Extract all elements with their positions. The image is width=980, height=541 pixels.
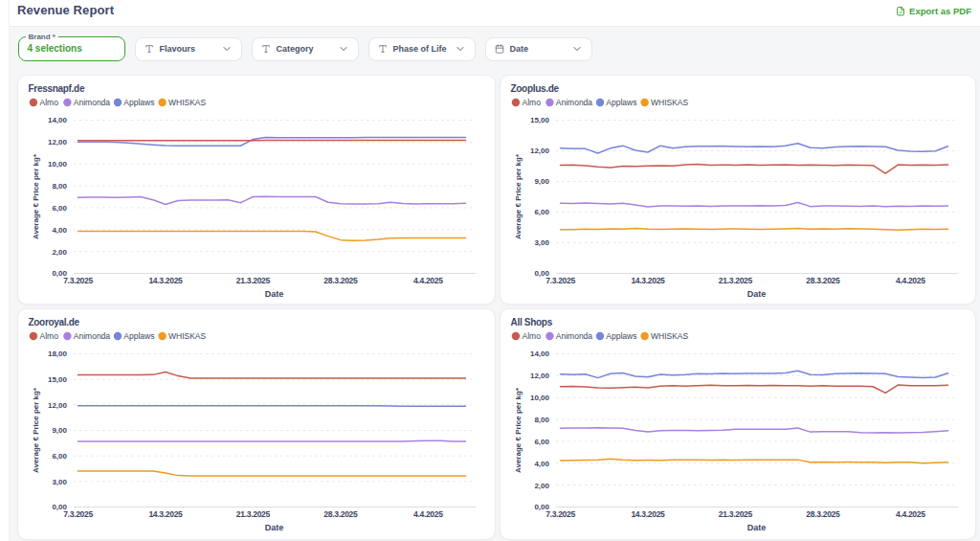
svg-text:4,00: 4,00 — [52, 226, 67, 235]
svg-text:8,00: 8,00 — [52, 182, 67, 191]
svg-text:Almo: Almo — [523, 98, 542, 107]
svg-text:4,00: 4,00 — [534, 460, 549, 468]
svg-text:7.3.2025: 7.3.2025 — [63, 509, 93, 519]
svg-text:6,00: 6,00 — [52, 452, 67, 461]
svg-text:Animonda: Animonda — [556, 98, 593, 107]
svg-text:14.3.2025: 14.3.2025 — [631, 276, 665, 285]
svg-text:WHISKAS: WHISKAS — [651, 331, 689, 341]
svg-text:9,00: 9,00 — [534, 177, 549, 186]
svg-text:6,00: 6,00 — [534, 208, 549, 216]
svg-text:4.4.2025: 4.4.2025 — [413, 509, 443, 519]
svg-text:4.4.2025: 4.4.2025 — [413, 276, 443, 285]
svg-text:WHISKAS: WHISKAS — [168, 98, 207, 107]
svg-text:28.3.2025: 28.3.2025 — [806, 509, 840, 519]
svg-text:28.3.2025: 28.3.2025 — [806, 276, 840, 285]
svg-text:Applaws: Applaws — [123, 331, 154, 341]
svg-text:21.3.2025: 21.3.2025 — [719, 276, 753, 285]
svg-text:14,00: 14,00 — [530, 349, 550, 358]
svg-text:2,00: 2,00 — [52, 248, 67, 257]
svg-text:21.3.2025: 21.3.2025 — [719, 509, 753, 519]
svg-text:Applaws: Applaws — [606, 331, 636, 341]
svg-text:14,00: 14,00 — [48, 116, 68, 124]
svg-text:Animonda: Animonda — [74, 98, 111, 107]
svg-text:Applaws: Applaws — [123, 98, 154, 107]
svg-text:12,00: 12,00 — [530, 147, 550, 155]
svg-text:Date: Date — [265, 523, 284, 532]
svg-text:Applaws: Applaws — [606, 98, 636, 107]
svg-text:4.4.2025: 4.4.2025 — [896, 509, 925, 519]
svg-text:3,00: 3,00 — [52, 478, 67, 486]
svg-text:Animonda: Animonda — [74, 331, 111, 341]
svg-text:Almo: Almo — [40, 331, 59, 341]
svg-text:12,00: 12,00 — [530, 372, 550, 380]
svg-text:Average € Price per kg*: Average € Price per kg* — [514, 153, 523, 239]
svg-text:Average € Price per kg*: Average € Price per kg* — [32, 387, 40, 473]
svg-text:14.3.2025: 14.3.2025 — [148, 509, 183, 519]
svg-text:12,00: 12,00 — [48, 138, 68, 147]
svg-text:7.3.2025: 7.3.2025 — [63, 276, 93, 285]
svg-text:28.3.2025: 28.3.2025 — [323, 509, 358, 519]
svg-text:6,00: 6,00 — [52, 204, 67, 213]
svg-text:Date: Date — [747, 289, 767, 299]
svg-text:Zooroyal.de: Zooroyal.de — [29, 317, 80, 327]
svg-text:28.3.2025: 28.3.2025 — [323, 276, 358, 285]
svg-text:WHISKAS: WHISKAS — [168, 331, 207, 341]
svg-text:8,00: 8,00 — [534, 416, 549, 424]
svg-text:12,00: 12,00 — [48, 401, 68, 410]
svg-text:21.3.2025: 21.3.2025 — [236, 509, 271, 519]
svg-text:18,00: 18,00 — [48, 349, 68, 358]
svg-text:Fressnapf.de: Fressnapf.de — [29, 83, 85, 94]
svg-text:Zooplus.de: Zooplus.de — [511, 83, 560, 94]
svg-text:Average € Price per kg*: Average € Price per kg* — [32, 153, 40, 239]
svg-text:7.3.2025: 7.3.2025 — [546, 276, 575, 285]
svg-text:14.3.2025: 14.3.2025 — [631, 509, 665, 519]
svg-text:15,00: 15,00 — [530, 116, 550, 124]
svg-text:15,00: 15,00 — [48, 375, 68, 384]
svg-text:Almo: Almo — [523, 331, 542, 341]
svg-text:Date: Date — [265, 289, 284, 299]
svg-text:Date: Date — [747, 523, 767, 532]
svg-text:Almo: Almo — [40, 98, 59, 107]
svg-text:14.3.2025: 14.3.2025 — [148, 276, 183, 285]
svg-text:Animonda: Animonda — [556, 331, 593, 341]
svg-text:Average € Price per kg*: Average € Price per kg* — [514, 387, 523, 473]
svg-text:3,00: 3,00 — [534, 238, 549, 247]
svg-text:7.3.2025: 7.3.2025 — [546, 509, 575, 519]
svg-text:2,00: 2,00 — [534, 482, 549, 490]
svg-text:6,00: 6,00 — [534, 438, 549, 446]
svg-text:9,00: 9,00 — [52, 426, 67, 435]
svg-text:10,00: 10,00 — [48, 160, 68, 169]
svg-text:10,00: 10,00 — [530, 394, 550, 402]
svg-text:21.3.2025: 21.3.2025 — [236, 276, 271, 285]
svg-text:All Shops: All Shops — [511, 317, 553, 327]
svg-text:4.4.2025: 4.4.2025 — [896, 276, 925, 285]
svg-text:WHISKAS: WHISKAS — [651, 98, 689, 107]
